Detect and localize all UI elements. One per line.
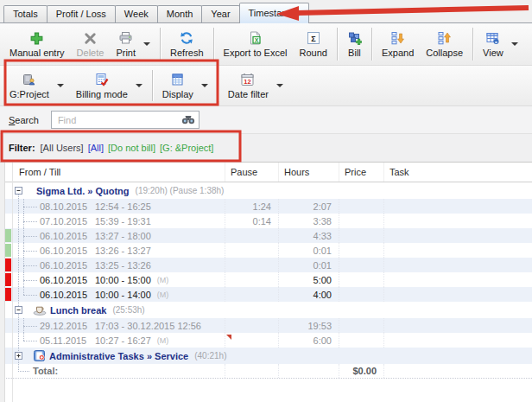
printer-icon (118, 31, 133, 46)
task-cell (383, 214, 532, 228)
button-label: Delete (77, 48, 104, 58)
dropdown-caret-icon[interactable] (143, 42, 150, 46)
pause-cell (225, 318, 278, 333)
status-marker-green (5, 229, 11, 242)
toolbar-separator (371, 28, 372, 61)
filter-toolbar-billing-mode-button[interactable]: Billing mode (70, 67, 134, 104)
filter-item-all-users[interactable]: [All Users] (41, 143, 84, 153)
gutter-strip (0, 163, 5, 402)
collapse-box-icon[interactable] (15, 187, 22, 195)
lunch-cup-icon (33, 304, 47, 316)
entry-row[interactable]: 08.10.201512:54 - 16:251:242:07 (0, 199, 532, 214)
pause-cell (225, 243, 278, 258)
toolbar-expand-button[interactable]: Expand (376, 25, 420, 63)
entry-date: 05.11.2015 (40, 335, 95, 346)
column-header-pause[interactable]: Pause (225, 163, 278, 182)
view-grid-icon (485, 31, 500, 46)
entry-row[interactable]: 29.12.201517:03 - 30.12.2015 12:5619:53 (0, 318, 532, 333)
svg-text:X: X (255, 37, 259, 43)
project-group-icon (22, 73, 36, 87)
from-till-cell: 08.10.201512:54 - 16:25 (14, 199, 225, 214)
toolbar-export-to-excel-button[interactable]: XExport to Excel (218, 25, 294, 63)
expand-box-icon[interactable] (15, 352, 22, 360)
task-cell (383, 272, 532, 287)
tab-month[interactable]: Month (157, 5, 203, 22)
price-cell (339, 228, 383, 243)
filter-item-g-project[interactable]: [G: &Project] (160, 143, 213, 153)
search-box[interactable] (51, 111, 200, 129)
toolbar-separator (337, 28, 338, 61)
toolbar-bill-button[interactable]: Bill (341, 25, 368, 63)
tab-totals[interactable]: Totals (3, 5, 48, 22)
dropdown-caret-icon[interactable] (57, 84, 64, 87)
task-cell (383, 199, 532, 214)
entry-row[interactable]: 06.10.201510:00 - 15:00(M)5:00 (0, 272, 532, 287)
dropdown-caret-icon[interactable] (201, 84, 208, 87)
toolbar-refresh-button[interactable]: Refresh (164, 25, 210, 63)
entry-date: 06.10.2015 (40, 275, 95, 285)
entry-row[interactable]: 05.11.201510:27 - 16:27(M)6:00 (0, 333, 532, 348)
status-marker-red (5, 288, 11, 301)
column-header-price[interactable]: Price (339, 163, 383, 182)
entry-time-range: 13:26 - 13:27 (95, 246, 151, 256)
tab-profit-loss[interactable]: Profit / Loss (47, 5, 116, 22)
total-label: Total: (33, 366, 58, 376)
binoculars-icon[interactable] (181, 114, 195, 126)
dropdown-caret-icon[interactable] (511, 42, 518, 46)
group-row[interactable]: Administrative Tasks » Service(40:21h) (0, 348, 532, 364)
pause-cell: 0:14 (225, 214, 278, 228)
status-marker-red (5, 258, 11, 271)
toolbar-delete-button[interactable]: Delete (71, 25, 111, 63)
dropdown-caret-icon[interactable] (276, 84, 283, 87)
filter-toolbar-date-filter-button[interactable]: 12Date filter (222, 67, 275, 104)
tab-year[interactable]: Year (201, 5, 239, 22)
entry-row[interactable]: 06.10.201510:00 - 14:00(M)4:00 (0, 287, 532, 302)
hours-cell: 5:00 (278, 272, 339, 287)
tab-week[interactable]: Week (115, 5, 158, 22)
toolbar-main: Manual entryDeletePrintRefreshXExport to… (0, 23, 532, 66)
button-label: Collapse (426, 48, 463, 58)
refresh-icon (180, 31, 193, 46)
filter-toolbar-g-project-button[interactable]: G:Project (3, 67, 55, 104)
filter-item-do-not-bill[interactable]: [Do not bill] (108, 143, 155, 153)
toolbar-separator (472, 28, 473, 61)
button-label: Date filter (228, 89, 269, 99)
entry-date: 08.10.2015 (40, 201, 95, 212)
toolbar-round-button[interactable]: ΣRound (294, 25, 333, 63)
filter-toolbar-display-button[interactable]: Display (156, 67, 200, 104)
delete-icon (84, 31, 97, 46)
filter-item-all[interactable]: [All] (88, 143, 104, 153)
button-label: View (483, 48, 504, 58)
entry-time-range: 15:39 - 19:31 (95, 216, 151, 227)
column-header-hours[interactable]: Hours (278, 163, 339, 182)
column-header-from-till[interactable]: From / Till (14, 163, 225, 182)
entry-row[interactable]: 06.10.201513:27 - 18:004:33 (0, 228, 532, 243)
pause-cell (225, 228, 278, 243)
toolbar-print-button[interactable]: Print (110, 25, 142, 63)
from-till-cell: 29.12.201517:03 - 30.12.2015 12:56 (14, 318, 225, 333)
toolbar-manual-entry-button[interactable]: Manual entry (3, 25, 71, 63)
collapse-box-icon[interactable] (15, 306, 22, 314)
entry-row[interactable]: 07.10.201515:39 - 19:310:143:38 (0, 214, 532, 228)
dropdown-caret-icon[interactable] (136, 84, 142, 87)
toolbar-collapse-button[interactable]: Collapse (420, 25, 469, 63)
search-input[interactable] (56, 114, 181, 126)
hours-cell: 6:00 (278, 333, 339, 348)
group-row[interactable]: Sigma Ltd. » Quotng(19:20h) (Pause 1:38h… (0, 182, 532, 199)
filter-items: [All Users][All][Do not bill][G: &Projec… (41, 143, 218, 153)
group-row[interactable]: Lunch break(25:53h) (0, 302, 532, 318)
column-header-task[interactable]: Task (383, 163, 532, 182)
total-row[interactable]: Total:$0.00 (0, 364, 532, 379)
button-label: Print (116, 48, 136, 58)
toolbar-separator (160, 28, 161, 61)
toolbar-view-button[interactable]: View (477, 25, 510, 63)
tab-timestamps[interactable]: Timestamps (239, 3, 310, 23)
entry-row[interactable]: 06.10.201513:26 - 13:270:01 (0, 243, 532, 258)
from-till-cell: 07.10.201515:39 - 19:31 (14, 214, 225, 228)
button-label: G:Project (10, 89, 49, 99)
entry-row[interactable]: 06.10.201513:25 - 13:260:01 (0, 258, 532, 272)
button-label: Bill (348, 48, 361, 58)
hours-cell: 4:33 (278, 228, 339, 243)
from-till-cell: 05.11.201510:27 - 16:27(M) (14, 333, 225, 348)
group-meta: (40:21h) (194, 351, 226, 361)
